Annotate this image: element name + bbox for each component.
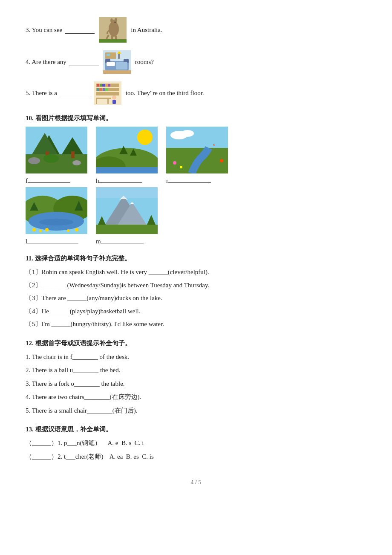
kangaroo-icon xyxy=(99,17,127,43)
s12-item-5: 5. There is a small chair________(在门后). xyxy=(26,405,366,416)
river-image xyxy=(166,127,228,173)
image-cell-river: r xyxy=(166,127,228,185)
svg-rect-24 xyxy=(97,84,99,87)
hill-label-start: h xyxy=(96,177,99,184)
s11-item-1: 〔1〕Robin can speak English well. He is v… xyxy=(26,267,366,278)
section-13-title: 13. 根据汉语意思，补全单词。 xyxy=(26,425,366,434)
image-cell-forest: f xyxy=(26,127,87,185)
svg-rect-29 xyxy=(97,88,99,91)
river-blank[interactable] xyxy=(168,175,211,183)
svg-rect-27 xyxy=(106,84,107,87)
mountain-label-start: m xyxy=(96,238,101,245)
svg-point-69 xyxy=(32,228,36,231)
q4-image xyxy=(103,50,131,74)
s12-item-2: 2. There is a ball u________ the bed. xyxy=(26,365,366,376)
svg-point-60 xyxy=(220,159,223,162)
image-cell-mountain: m xyxy=(96,187,158,245)
svg-point-72 xyxy=(67,229,69,232)
svg-rect-21 xyxy=(96,84,119,87)
lake-label: l xyxy=(26,236,78,245)
q5-image xyxy=(94,81,121,105)
image-cell-lake: l xyxy=(26,187,87,245)
svg-rect-25 xyxy=(100,84,102,87)
svg-point-59 xyxy=(173,161,176,165)
s11-item-5: 〔5〕I'm ______(hungry/thirsty). I'd like … xyxy=(26,319,366,330)
svg-point-3 xyxy=(110,18,113,23)
svg-point-61 xyxy=(180,166,182,168)
svg-rect-30 xyxy=(99,88,102,91)
svg-point-7 xyxy=(115,22,116,23)
s11-item-3: 〔3〕There are ______(any/many)ducks on th… xyxy=(26,293,366,304)
hill-blank[interactable] xyxy=(99,175,142,183)
svg-point-49 xyxy=(137,130,153,145)
q3-text-before: 3. You can see xyxy=(26,26,62,34)
footer-page-number: 4 / 5 xyxy=(26,479,366,486)
section-10: 10. 看图片根据提示填写单词。 f xyxy=(26,114,366,245)
svg-point-70 xyxy=(39,230,42,232)
svg-rect-80 xyxy=(96,225,158,234)
section-11: 11. 选择合适的单词将句子补充完整。 〔1〕Robin can speak E… xyxy=(26,254,366,330)
q3-blank[interactable] xyxy=(65,26,95,34)
s13-item-1: （______）1. p___n(钢笔） A. e B. s C. i xyxy=(26,438,366,449)
q4-text-after: rooms? xyxy=(135,58,154,66)
forest-image xyxy=(26,127,87,173)
image-grid-row2: l m xyxy=(26,187,366,245)
svg-rect-26 xyxy=(102,84,105,87)
hill-image xyxy=(96,127,158,173)
q5-blank[interactable] xyxy=(60,90,89,97)
mountain-image xyxy=(96,187,158,234)
svg-point-73 xyxy=(75,228,78,231)
svg-point-71 xyxy=(45,228,49,231)
mountain-label: m xyxy=(96,236,144,245)
section-12-title: 12. 根据首字母或汉语提示补全句子。 xyxy=(26,339,366,347)
svg-point-45 xyxy=(28,157,40,164)
question-5: 5. There is a xyxy=(26,81,366,105)
question-3: 3. You can see xyxy=(26,17,366,43)
svg-rect-54 xyxy=(96,167,158,173)
svg-point-47 xyxy=(43,154,59,163)
image-grid-row1: f h xyxy=(26,127,366,185)
q3-image xyxy=(99,17,127,43)
svg-point-57 xyxy=(181,130,194,137)
q4-blank[interactable] xyxy=(69,58,99,66)
svg-rect-13 xyxy=(107,62,115,66)
hill-label: h xyxy=(96,175,142,185)
svg-rect-31 xyxy=(103,88,105,91)
question-4: 4. Are there any xyxy=(26,50,366,74)
svg-rect-36 xyxy=(96,99,97,104)
river-label: r xyxy=(166,175,211,185)
s12-item-3: 3. There is a fork o________ the table. xyxy=(26,379,366,390)
forest-blank[interactable] xyxy=(28,175,70,183)
svg-rect-32 xyxy=(105,88,108,91)
s12-item-4: 4. There are two chairs________(在床旁边). xyxy=(26,392,366,403)
bedroom-icon xyxy=(103,50,131,74)
svg-rect-34 xyxy=(112,100,116,104)
svg-rect-28 xyxy=(108,84,110,87)
q4-text-before: 4. Are there any xyxy=(26,58,66,66)
section-13: 13. 根据汉语意思，补全单词。 （______）1. p___n(钢笔） A.… xyxy=(26,425,366,462)
svg-rect-83 xyxy=(96,187,158,198)
s13-item-2: （______）2. t___cher(老师) A. ea B. es C. i… xyxy=(26,451,366,462)
svg-rect-44 xyxy=(71,151,75,158)
s11-item-2: 〔2〕________(Wednesday/Sunday)is between … xyxy=(26,280,366,291)
q5-text-before: 5. There is a xyxy=(26,90,57,97)
s11-item-4: 〔4〕He ______(plays/play)basketball well. xyxy=(26,306,366,317)
svg-rect-35 xyxy=(96,98,111,99)
svg-rect-37 xyxy=(107,99,109,104)
svg-rect-23 xyxy=(96,92,119,95)
q3-text-after: in Australia. xyxy=(131,26,162,34)
s12-item-1: 1. The chair is in f________ of the desk… xyxy=(26,352,366,363)
q5-text-after: too. They"re on the third floor. xyxy=(126,90,204,97)
svg-point-4 xyxy=(115,18,117,22)
forest-label: f xyxy=(26,175,70,185)
mountain-blank[interactable] xyxy=(101,236,144,243)
svg-rect-16 xyxy=(107,54,110,56)
library-icon xyxy=(94,81,121,105)
svg-point-74 xyxy=(39,219,73,225)
lake-blank[interactable] xyxy=(27,236,78,243)
lake-image xyxy=(26,187,87,234)
svg-rect-19 xyxy=(103,70,131,74)
section-11-title: 11. 选择合适的单词将句子补充完整。 xyxy=(26,254,366,263)
section-12: 12. 根据首字母或汉语提示补全句子。 1. The chair is in f… xyxy=(26,339,366,416)
svg-rect-17 xyxy=(118,54,120,59)
